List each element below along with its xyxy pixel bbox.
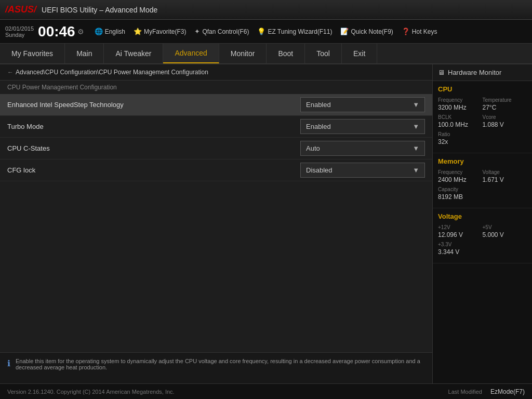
mem-cap-label: Capacity bbox=[438, 187, 527, 192]
cpu-section: CPU Frequency 3200 MHz Temperature 27°C … bbox=[433, 81, 532, 153]
cpu-ratio-row: Ratio 32x bbox=[438, 131, 527, 145]
info-text: Enable this item for the operating syste… bbox=[16, 358, 425, 370]
cpu-bclk-label: BCLK bbox=[438, 114, 483, 120]
mem-cap-row: Capacity 8192 MB bbox=[438, 187, 527, 201]
setting-row-turbo: Turbo Mode Enabled ▼ bbox=[0, 116, 432, 138]
mem-freq-cell: Frequency 2400 MHz bbox=[438, 169, 483, 183]
mem-volt-label: Voltage bbox=[483, 169, 527, 175]
v33-row: +3.3V 3.344 V bbox=[438, 242, 527, 256]
mem-cap-value: 8192 MB bbox=[438, 193, 527, 201]
asus-logo: /ASUS/ bbox=[5, 4, 36, 15]
nav-item-main[interactable]: Main bbox=[65, 44, 104, 63]
mem-freq-label: Frequency bbox=[438, 169, 483, 175]
top-menu-qfan[interactable]: ✦ Qfan Control(F6) bbox=[194, 28, 249, 35]
turbo-dropdown[interactable]: Enabled ▼ bbox=[300, 119, 425, 134]
top-menu-myfavorite[interactable]: ⭐ MyFavorite(F3) bbox=[134, 28, 186, 35]
cstates-dropdown[interactable]: Auto ▼ bbox=[300, 141, 425, 156]
header-bar: /ASUS/ UEFI BIOS Utility – Advanced Mode bbox=[0, 0, 532, 20]
bulb-icon: 💡 bbox=[257, 28, 265, 35]
cpu-ratio-value: 32x bbox=[438, 138, 527, 145]
v33-value: 3.344 V bbox=[438, 248, 527, 256]
memory-section: Memory Frequency 2400 MHz Voltage 1.671 … bbox=[433, 153, 532, 208]
nav-item-advanced[interactable]: Advanced bbox=[163, 44, 219, 63]
speedstep-value: Enabled bbox=[306, 101, 331, 109]
v5-cell: +5V 5.000 V bbox=[483, 224, 527, 238]
memory-section-title: Memory bbox=[438, 157, 527, 165]
cpu-vcore-label: Vcore bbox=[483, 114, 527, 120]
language-label: English bbox=[105, 28, 125, 35]
cfglock-dropdown[interactable]: Disabled ▼ bbox=[300, 163, 425, 178]
cpu-temp-label: Temperature bbox=[483, 97, 527, 103]
mem-volt-cell: Voltage 1.671 V bbox=[483, 169, 527, 183]
v5-value: 5.000 V bbox=[483, 231, 527, 238]
nav-item-ai-tweaker[interactable]: Ai Tweaker bbox=[104, 44, 163, 63]
nav-item-exit[interactable]: Exit bbox=[342, 44, 377, 63]
top-menu-quicknote[interactable]: 📝 Quick Note(F9) bbox=[340, 28, 393, 35]
clock-display: 00:46 bbox=[38, 23, 75, 40]
section-title: CPU Power Management Configuration bbox=[0, 81, 432, 94]
nav-item-tool[interactable]: Tool bbox=[305, 44, 342, 63]
dropdown-arrow-icon-4: ▼ bbox=[413, 166, 419, 174]
setting-row-cstates: CPU C-States Auto ▼ bbox=[0, 138, 432, 159]
voltage-section: Voltage +12V 12.096 V +5V 5.000 V +3.3V … bbox=[433, 208, 532, 263]
v12-value: 12.096 V bbox=[438, 231, 483, 238]
star-icon: ⭐ bbox=[134, 28, 142, 35]
time-bar: 02/01/2015 Sunday 00:46 ⚙ 🌐 English ⭐ My… bbox=[0, 20, 532, 44]
cpu-bclk-value: 100.0 MHz bbox=[438, 121, 483, 128]
back-arrow-icon[interactable]: ← bbox=[7, 69, 14, 76]
qfan-label: Qfan Control(F6) bbox=[202, 28, 249, 35]
mem-freq-value: 2400 MHz bbox=[438, 176, 483, 183]
date-text: 02/01/2015 bbox=[5, 25, 34, 32]
speedstep-dropdown[interactable]: Enabled ▼ bbox=[300, 97, 425, 112]
setting-row-cfglock: CFG lock Disabled ▼ bbox=[0, 159, 432, 181]
top-menu-eztuning[interactable]: 💡 EZ Tuning Wizard(F11) bbox=[257, 28, 332, 35]
v12-v5-row: +12V 12.096 V +5V 5.000 V bbox=[438, 224, 527, 238]
top-menu: 🌐 English ⭐ MyFavorite(F3) ✦ Qfan Contro… bbox=[95, 28, 527, 35]
hw-monitor-title: Hardware Monitor bbox=[448, 69, 501, 76]
cpu-section-title: CPU bbox=[438, 85, 527, 93]
gear-icon[interactable]: ⚙ bbox=[77, 28, 84, 36]
footer-right: Last Modified EzMode(F7) bbox=[448, 388, 525, 395]
nav-item-my-favorites[interactable]: My Favorites bbox=[0, 44, 65, 63]
cpu-ratio-label: Ratio bbox=[438, 131, 527, 137]
nav-item-boot[interactable]: Boot bbox=[267, 44, 305, 63]
footer-copyright: Version 2.16.1240. Copyright (C) 2014 Am… bbox=[7, 389, 175, 395]
cpu-bclk-cell: BCLK 100.0 MHz bbox=[438, 114, 483, 128]
setting-row-speedstep: Enhanced Intel SpeedStep Technology Enab… bbox=[0, 94, 432, 116]
cstates-value: Auto bbox=[306, 144, 320, 152]
turbo-value: Enabled bbox=[306, 123, 331, 130]
cfglock-value: Disabled bbox=[306, 166, 332, 174]
nav-item-monitor[interactable]: Monitor bbox=[219, 44, 267, 63]
cstates-label: CPU C-States bbox=[7, 144, 300, 152]
info-bar: ℹ Enable this item for the operating sys… bbox=[0, 352, 432, 383]
voltage-section-title: Voltage bbox=[438, 212, 527, 220]
top-menu-hotkeys[interactable]: ❓ Hot Keys bbox=[402, 28, 437, 35]
mem-volt-value: 1.671 V bbox=[483, 176, 527, 183]
mem-cap-cell: Capacity 8192 MB bbox=[438, 187, 527, 201]
cpu-vcore-cell: Vcore 1.088 V bbox=[483, 114, 527, 128]
date-block: 02/01/2015 Sunday bbox=[5, 25, 34, 38]
cpu-bclk-vcore-row: BCLK 100.0 MHz Vcore 1.088 V bbox=[438, 114, 527, 128]
globe-icon: 🌐 bbox=[95, 28, 103, 35]
hw-monitor-header: 🖥 Hardware Monitor bbox=[433, 64, 532, 81]
info-icon: ℹ bbox=[7, 358, 10, 368]
footer-bar: Version 2.16.1240. Copyright (C) 2014 Am… bbox=[0, 383, 532, 399]
mem-freq-volt-row: Frequency 2400 MHz Voltage 1.671 V bbox=[438, 169, 527, 183]
turbo-label: Turbo Mode bbox=[7, 123, 300, 130]
breadcrumb: ← Advanced\CPU Configuration\CPU Power M… bbox=[0, 64, 432, 81]
help-icon: ❓ bbox=[402, 28, 410, 35]
nav-bar: My Favorites Main Ai Tweaker Advanced Mo… bbox=[0, 44, 532, 64]
v33-label: +3.3V bbox=[438, 242, 527, 247]
day-text: Sunday bbox=[5, 32, 34, 38]
monitor-icon: 🖥 bbox=[438, 69, 445, 76]
ez-mode-button[interactable]: EzMode(F7) bbox=[490, 388, 525, 395]
top-menu-language[interactable]: 🌐 English bbox=[95, 28, 125, 35]
cpu-temp-value: 27°C bbox=[483, 104, 527, 111]
cpu-freq-value: 3200 MHz bbox=[438, 104, 483, 111]
cpu-temp-cell: Temperature 27°C bbox=[483, 97, 527, 111]
main-layout: ← Advanced\CPU Configuration\CPU Power M… bbox=[0, 64, 532, 383]
v5-label: +5V bbox=[483, 224, 527, 230]
settings-list: Enhanced Intel SpeedStep Technology Enab… bbox=[0, 94, 432, 352]
cpu-freq-temp-row: Frequency 3200 MHz Temperature 27°C bbox=[438, 97, 527, 111]
v33-cell: +3.3V 3.344 V bbox=[438, 242, 527, 256]
